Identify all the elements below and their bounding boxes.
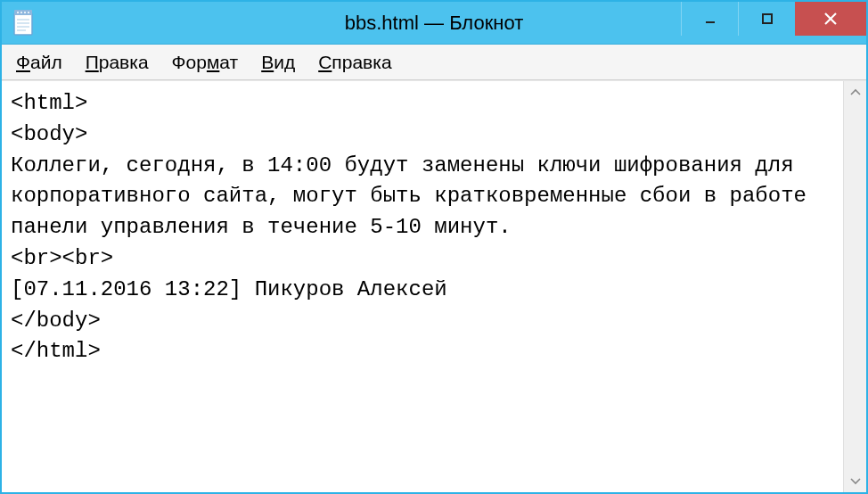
close-button[interactable] (795, 2, 866, 36)
notepad-icon (11, 9, 36, 37)
app-window: bbs.html — Блокнот Файл Правка Формат Ви… (0, 0, 868, 494)
menu-view[interactable]: Вид (252, 48, 304, 77)
svg-rect-0 (14, 13, 32, 35)
svg-rect-11 (763, 14, 772, 23)
maximize-button[interactable] (738, 2, 795, 36)
scroll-down-icon[interactable] (844, 471, 866, 492)
window-controls (681, 2, 866, 36)
scroll-up-icon[interactable] (844, 81, 866, 103)
menu-help[interactable]: Справка (309, 48, 400, 77)
svg-point-3 (20, 12, 22, 13)
text-editor[interactable]: <html> <body> Коллеги, сегодня, в 14:00 … (2, 81, 843, 492)
content-area: <html> <body> Коллеги, сегодня, в 14:00 … (2, 80, 866, 492)
menu-file[interactable]: Файл (7, 48, 71, 77)
menu-edit[interactable]: Правка (77, 48, 158, 77)
titlebar[interactable]: bbs.html — Блокнот (2, 2, 866, 45)
svg-point-5 (28, 12, 29, 13)
menu-format[interactable]: Формат (163, 48, 248, 77)
window-title: bbs.html — Блокнот (345, 12, 523, 35)
svg-point-4 (24, 12, 26, 13)
svg-point-2 (17, 12, 19, 13)
menubar: Файл Правка Формат Вид Справка (2, 45, 866, 80)
vertical-scrollbar[interactable] (843, 81, 866, 492)
minimize-button[interactable] (681, 2, 738, 36)
